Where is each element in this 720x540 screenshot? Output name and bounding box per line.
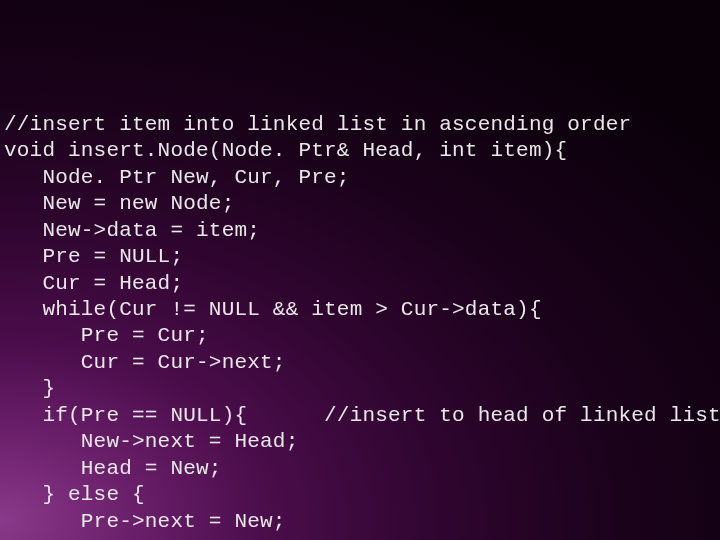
code-slide: //insert item into linked list in ascend… [4,112,720,540]
